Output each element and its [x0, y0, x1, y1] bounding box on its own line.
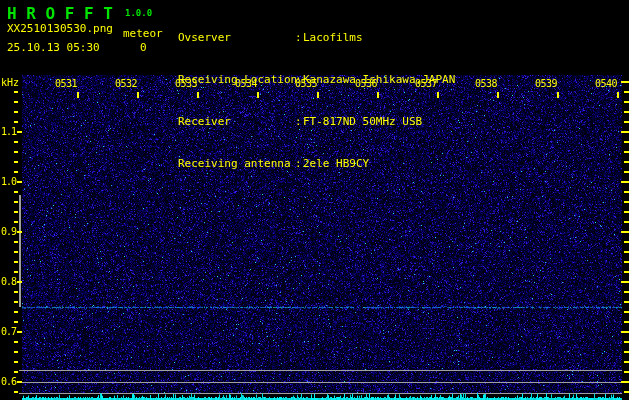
info-value: Lacofilms	[303, 31, 363, 45]
freq-tick-label: 1.0	[0, 176, 16, 187]
freq-tick-label: 1.1	[0, 126, 16, 137]
hrofft-output-window: H R O F F T 1.0.0 XX2510130530.png meteo…	[0, 0, 629, 400]
freq-tick-label: 0.6	[0, 376, 16, 387]
info-label: Receiving antenna	[178, 157, 295, 171]
info-separator: :	[295, 31, 303, 45]
info-row-observer: Ovserver : Lacofilms	[178, 31, 455, 45]
info-value: FT-817ND 50MHz USB	[303, 115, 422, 129]
timestamp: 25.10.13 05:30	[7, 41, 100, 54]
freq-tick-label: 0.9	[0, 226, 16, 237]
time-tick-label: 0531	[54, 78, 77, 89]
freq-tick-label: 0.8	[0, 276, 16, 287]
freq-tick-label: 0.7	[0, 326, 16, 337]
time-tick-label: 0534	[234, 78, 257, 89]
mode-label: meteor	[123, 27, 163, 40]
output-filename: XX2510130530.png	[7, 22, 113, 35]
time-tick-label: 0536	[354, 78, 377, 89]
info-row-receiver: Receiver : FT-817ND 50MHz USB	[178, 115, 455, 129]
freq-axis-unit: kHz	[1, 77, 19, 88]
info-value: 2ele HB9CY	[303, 157, 369, 171]
info-label: Receiver	[178, 115, 295, 129]
info-separator: :	[295, 115, 303, 129]
time-tick-label: 0537	[414, 78, 437, 89]
time-tick-label: 0532	[114, 78, 137, 89]
time-tick-label: 0539	[534, 78, 557, 89]
time-tick-label: 0533	[174, 78, 197, 89]
echo-count: 0	[140, 41, 147, 54]
info-row-antenna: Receiving antenna : 2ele HB9CY	[178, 157, 455, 171]
app-version: 1.0.0	[125, 8, 152, 18]
time-tick-label: 0538	[474, 78, 497, 89]
app-title: H R O F F T	[7, 4, 113, 23]
station-info: Ovserver : Lacofilms Receiving Location …	[178, 3, 455, 199]
time-tick-label: 0535	[294, 78, 317, 89]
info-separator: :	[295, 157, 303, 171]
time-tick-label: 0540	[594, 78, 617, 89]
info-label: Ovserver	[178, 31, 295, 45]
